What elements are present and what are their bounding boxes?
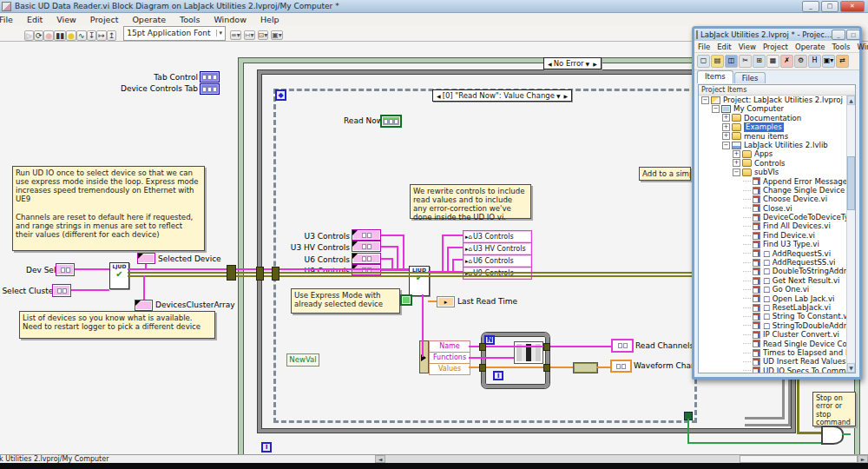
tree-item[interactable]: −Project: LabJack Utilities 2.lvproj <box>699 96 847 104</box>
tree-item[interactable]: UD Insert Read Values.vi <box>699 357 847 366</box>
step-into-icon[interactable]: ↧ <box>87 30 97 41</box>
u3-controls-local[interactable] <box>352 229 381 241</box>
expand-plus-icon[interactable]: + <box>722 123 730 131</box>
or-gate-node[interactable] <box>821 426 844 445</box>
tree-item[interactable]: +Controls <box>699 159 847 168</box>
newval-event-data-node[interactable]: NewVal <box>286 353 319 367</box>
tree-item[interactable]: Times to Elapsed and Increment <box>699 348 847 357</box>
tree-item[interactable]: □ Get Next Result.vi <box>699 276 847 285</box>
tree-item[interactable]: □ String To Constant.vi <box>699 312 847 320</box>
tree-item[interactable]: IP Cluster Convert.vi <box>699 330 847 339</box>
maximize-button[interactable]: □ <box>821 1 838 12</box>
save-icon[interactable]: ◫ <box>725 55 738 68</box>
tree-scrollbar[interactable]: ▲ ▼ <box>846 96 855 373</box>
case-next-icon[interactable]: ▶ <box>591 61 599 67</box>
abort-icon[interactable]: ● <box>43 30 54 41</box>
tree-item[interactable]: Read Single Device Configuratio <box>699 340 847 348</box>
expand-minus-icon[interactable]: − <box>733 168 740 176</box>
unbundle-by-name-node[interactable]: Name Functions Values <box>419 340 469 373</box>
cut-icon[interactable]: ✂ <box>739 55 752 68</box>
tree-item[interactable]: DeviceCodeToDeviceType.vi <box>699 213 847 221</box>
for-loop-iteration-terminal[interactable]: i <box>493 371 503 380</box>
pause-icon[interactable]: ▮▮ <box>54 30 66 41</box>
menu-file[interactable]: File <box>694 43 713 51</box>
ljud-express-node[interactable]: LJUD ✔ <box>409 266 430 296</box>
expand-plus-icon[interactable]: + <box>722 132 730 140</box>
tree-item[interactable]: −subVIs <box>699 168 847 176</box>
event-selector[interactable]: ◀ [0] "Read Now": Value Change ▼ ▶ <box>432 89 572 102</box>
close-button[interactable]: ✕ <box>840 1 865 12</box>
copy-icon[interactable]: ⊞ <box>753 55 766 68</box>
deploy-icon[interactable]: ⇄ <box>836 55 849 68</box>
expand-plus-icon[interactable]: + <box>733 159 740 167</box>
resize-objects-combo[interactable]: ⊡▾ <box>258 30 269 40</box>
step-out-icon[interactable]: ↥ <box>107 30 117 41</box>
menu-tools[interactable]: Tools <box>173 15 207 24</box>
event-dropdown-icon[interactable]: ▼ <box>555 93 562 99</box>
windows-taskbar[interactable] <box>0 463 868 469</box>
tree-item[interactable]: +Documentation <box>699 114 847 122</box>
u6-controls-write-local[interactable]: ▸⌂U6 Controls <box>463 254 532 268</box>
tree-item[interactable]: □ StringToDoubleAddress.vi <box>699 321 847 330</box>
last-read-time-local[interactable]: ▸ <box>437 296 455 307</box>
tree-item[interactable]: UD IO Specs To Commands.vi <box>699 367 847 373</box>
scroll-right-icon[interactable]: ► <box>858 455 868 463</box>
u3-hv-controls-write-local[interactable]: ▸⌂U3 HV Controls <box>463 242 532 255</box>
project-titlebar[interactable]: LabJack Utilities 2.lvproj * - Projec...… <box>694 29 859 41</box>
retain-wire-values-icon[interactable]: ∿ <box>76 30 87 41</box>
tree-item[interactable]: +menu items <box>699 132 847 141</box>
menu-view[interactable]: View <box>49 15 83 24</box>
menu-file[interactable]: File <box>0 15 20 24</box>
new-vi-icon[interactable]: ▢ <box>697 55 710 68</box>
case-prev-icon[interactable]: ◀ <box>546 61 554 67</box>
menu-project[interactable]: Project <box>83 15 126 24</box>
scroll-up-icon[interactable]: ▲ <box>847 96 855 105</box>
settings-icon[interactable]: ⚙ <box>794 55 807 68</box>
tree-item[interactable]: Change Single Device Address.vi <box>699 186 847 195</box>
menu-tools[interactable]: Tools <box>829 43 854 51</box>
tree-item[interactable]: □ DoubleToStringAddress.vi <box>699 267 847 275</box>
loop-iteration-terminal[interactable]: i <box>261 442 272 452</box>
menu-edit[interactable]: Edit <box>20 15 49 24</box>
tab-files[interactable]: Files <box>734 72 766 83</box>
case-dropdown-icon[interactable]: ▼ <box>584 61 592 67</box>
tree-item[interactable]: Find All Devices.vi <box>699 221 847 230</box>
menu-project[interactable]: Project <box>760 43 792 51</box>
expand-plus-icon[interactable]: + <box>733 150 740 158</box>
expand-plus-icon[interactable]: + <box>722 114 730 122</box>
comment-add-simple[interactable]: Add to a simple <box>639 167 691 181</box>
expand-minus-icon[interactable]: − <box>712 105 720 113</box>
delete-icon[interactable]: ✗ <box>780 55 793 68</box>
tree-item[interactable]: Close.vi <box>699 204 847 213</box>
minimize-button[interactable]: _ <box>802 1 819 12</box>
comment-run-ud[interactable]: Run UD IO once to select device so that … <box>12 166 205 251</box>
scroll-left-icon[interactable]: ◄ <box>375 455 385 463</box>
tree-item[interactable]: Append Error Message.vi <box>699 177 847 186</box>
selected-device-local[interactable] <box>137 253 155 264</box>
u6-controls-local[interactable] <box>352 253 381 264</box>
expand-minus-icon[interactable]: − <box>722 142 730 149</box>
tab-items[interactable]: Items <box>697 70 733 83</box>
menu-view[interactable]: View <box>735 43 760 51</box>
u3-hv-controls-local[interactable] <box>352 241 381 252</box>
run-continuous-icon[interactable]: ⟳ <box>34 30 44 41</box>
menu-window[interactable]: Window <box>207 15 253 24</box>
comment-express-mode[interactable]: Use Express Mode with already selected d… <box>291 288 400 314</box>
comment-rewrite[interactable]: We rewrite controls to include read valu… <box>410 184 531 219</box>
tree-item[interactable]: Find Device.vi <box>699 231 847 240</box>
run-icon[interactable]: ▷ <box>24 30 34 41</box>
highlight-execution-icon[interactable]: ● <box>66 30 76 41</box>
ud-select-cluster-terminal[interactable] <box>52 284 71 297</box>
tree-item[interactable]: □ AddRequestS.vi <box>699 249 847 258</box>
comment-stop[interactable]: Stop on error or stop command <box>812 392 856 426</box>
menu-window[interactable]: Window <box>854 43 868 51</box>
tree-item[interactable]: −LabJack Utilities 2.lvlib <box>699 141 847 149</box>
align-objects-combo[interactable]: ≡▾ <box>230 30 241 40</box>
tree-item[interactable]: Choose Device.vi <box>699 195 847 203</box>
boolean-constant[interactable] <box>400 294 412 306</box>
event-timeout-terminal[interactable]: ◆ <box>275 89 286 101</box>
font-selector[interactable]: 15pt Application Font▾ <box>123 26 226 41</box>
scroll-down-icon[interactable]: ▼ <box>847 363 855 373</box>
tree-item[interactable]: +Examples <box>699 122 847 131</box>
menu-edit[interactable]: Edit <box>713 43 734 51</box>
